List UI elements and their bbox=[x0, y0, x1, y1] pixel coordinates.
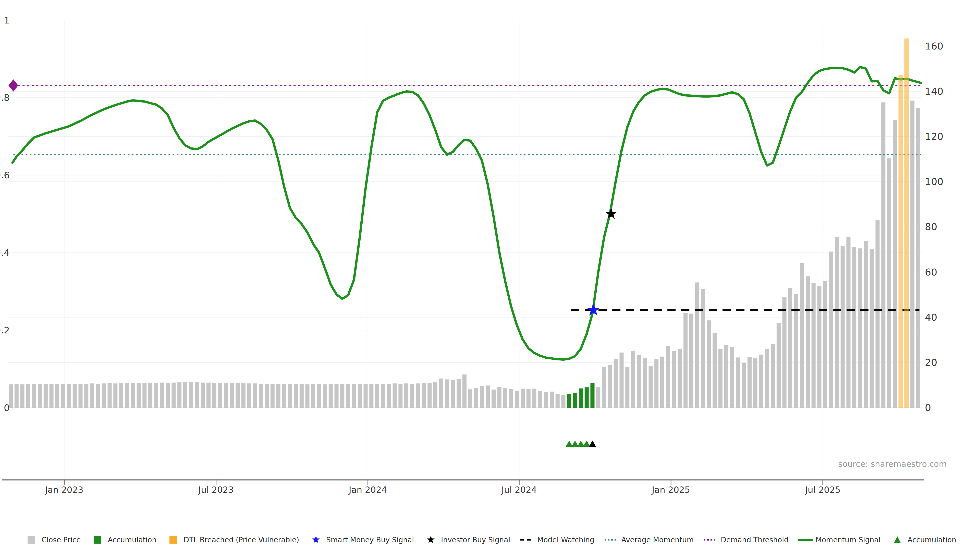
close-price-bar bbox=[67, 384, 71, 408]
close-price-bar bbox=[428, 383, 431, 408]
close-price-bar bbox=[776, 323, 781, 408]
chart-canvas: Jan 2023Jul 2023Jan 2024Jul 2024Jan 2025… bbox=[0, 0, 980, 551]
close-price-bar bbox=[55, 384, 59, 408]
close-price-bar bbox=[242, 383, 245, 408]
close-price-bar bbox=[614, 359, 618, 408]
close-price-bar bbox=[340, 384, 344, 408]
close-price-bar bbox=[433, 383, 438, 408]
close-price-bar bbox=[131, 383, 135, 408]
legend-dots-swatch-icon bbox=[703, 535, 718, 545]
close-price-bar bbox=[818, 286, 821, 408]
close-price-bar bbox=[113, 383, 118, 408]
close-price-bar bbox=[527, 389, 531, 408]
close-price-bar bbox=[683, 313, 687, 408]
x-axis-tick-label: Jul 2024 bbox=[501, 485, 537, 495]
close-price-bar bbox=[678, 349, 682, 408]
right-axis-tick-label: 100 bbox=[925, 176, 943, 187]
close-price-bar bbox=[643, 359, 647, 408]
close-price-bar bbox=[468, 389, 473, 408]
legend-label: Close Price bbox=[41, 536, 81, 544]
legend-label: Accumulation bbox=[108, 536, 156, 544]
close-price-bar bbox=[625, 367, 629, 408]
legend-star-swatch-icon bbox=[308, 535, 324, 545]
close-price-bar bbox=[765, 349, 769, 408]
close-price-bar bbox=[381, 384, 385, 408]
accumulation-bar bbox=[573, 393, 577, 408]
close-price-bar bbox=[259, 384, 263, 408]
close-price-bar bbox=[398, 384, 402, 408]
left-axis-tick-label: 0.4 bbox=[0, 248, 10, 258]
accumulation-markers bbox=[565, 441, 596, 447]
close-price-bar bbox=[96, 384, 100, 408]
close-price-bar bbox=[369, 384, 373, 408]
close-price-bar bbox=[404, 383, 408, 408]
close-price-bar bbox=[224, 383, 228, 408]
close-price-bar bbox=[800, 263, 804, 408]
close-price-bar bbox=[463, 375, 466, 408]
accumulation-bar bbox=[579, 389, 583, 408]
chart-legend: Close PriceAccumulationDTL Breached (Pri… bbox=[0, 535, 980, 545]
close-price-bar bbox=[439, 379, 443, 408]
close-price-bar bbox=[61, 384, 65, 408]
close-price-bar bbox=[783, 297, 787, 408]
close-price-bar bbox=[102, 383, 106, 408]
source-note: source: sharemaestro.com bbox=[838, 459, 947, 469]
close-price-bar bbox=[73, 384, 77, 408]
legend-label: Model Watching bbox=[537, 536, 594, 544]
close-price-bar bbox=[631, 351, 635, 408]
close-price-bar bbox=[864, 241, 868, 408]
close-price-bar bbox=[689, 314, 694, 408]
legend-square-swatch-icon bbox=[165, 535, 181, 545]
close-price-bar bbox=[218, 383, 222, 408]
x-axis-tick-label: Jul 2023 bbox=[198, 485, 234, 495]
legend-label: Demand Threshold bbox=[721, 536, 789, 544]
close-price-bar bbox=[160, 383, 164, 408]
close-price-bar bbox=[422, 383, 426, 408]
close-price-bar bbox=[602, 367, 606, 408]
close-price-bar bbox=[119, 383, 123, 408]
dtl-breached-bar bbox=[904, 38, 909, 408]
close-price-bar bbox=[736, 357, 740, 408]
close-price-bar bbox=[253, 383, 257, 408]
signal-markers bbox=[8, 79, 617, 316]
x-axis-tick-label: Jan 2025 bbox=[651, 485, 690, 495]
close-price-bar bbox=[544, 392, 548, 408]
close-price-bar bbox=[876, 221, 880, 408]
close-price-bar bbox=[480, 386, 484, 408]
close-price-bar bbox=[44, 384, 48, 408]
close-price-bar bbox=[14, 384, 19, 408]
close-price-bar bbox=[323, 384, 327, 408]
close-price-bar bbox=[718, 349, 722, 408]
close-price-bar bbox=[230, 383, 234, 408]
left-axis-tick-label: 0.8 bbox=[0, 92, 10, 103]
legend-square-swatch-icon bbox=[90, 535, 105, 545]
legend-item: Investor Buy Signal bbox=[423, 535, 510, 545]
close-price-bar bbox=[841, 246, 845, 408]
close-price-bar bbox=[207, 383, 210, 408]
close-price-bar bbox=[503, 388, 508, 408]
close-price-bar bbox=[759, 354, 763, 408]
close-price-bar bbox=[84, 384, 88, 408]
legend-item: Accumulation bbox=[90, 535, 156, 545]
close-price-bar bbox=[753, 358, 757, 408]
close-price-bar bbox=[695, 283, 699, 408]
legend-label: Smart Money Buy Signal bbox=[326, 536, 414, 544]
close-price-bar bbox=[142, 383, 146, 408]
close-price-bar bbox=[200, 383, 205, 408]
right-axis-tick-label: 80 bbox=[925, 221, 937, 232]
close-price-bar bbox=[329, 384, 333, 408]
close-price-bars bbox=[9, 100, 920, 408]
close-price-bar bbox=[713, 333, 717, 408]
close-price-bar bbox=[305, 384, 310, 408]
legend-label: DTL Breached (Price Vulnerable) bbox=[183, 536, 299, 544]
close-price-bar bbox=[666, 346, 670, 408]
close-price-bar bbox=[26, 384, 30, 408]
legend-item: Model Watching bbox=[519, 535, 594, 545]
close-price-bar bbox=[137, 383, 141, 408]
x-axis-tick-label: Jan 2023 bbox=[45, 485, 83, 495]
close-price-bar bbox=[771, 345, 775, 408]
close-price-bar bbox=[265, 384, 269, 408]
legend-label: Accumulation bbox=[907, 536, 956, 544]
legend-item: DTL Breached (Price Vulnerable) bbox=[165, 535, 299, 545]
close-price-bar bbox=[730, 347, 734, 408]
